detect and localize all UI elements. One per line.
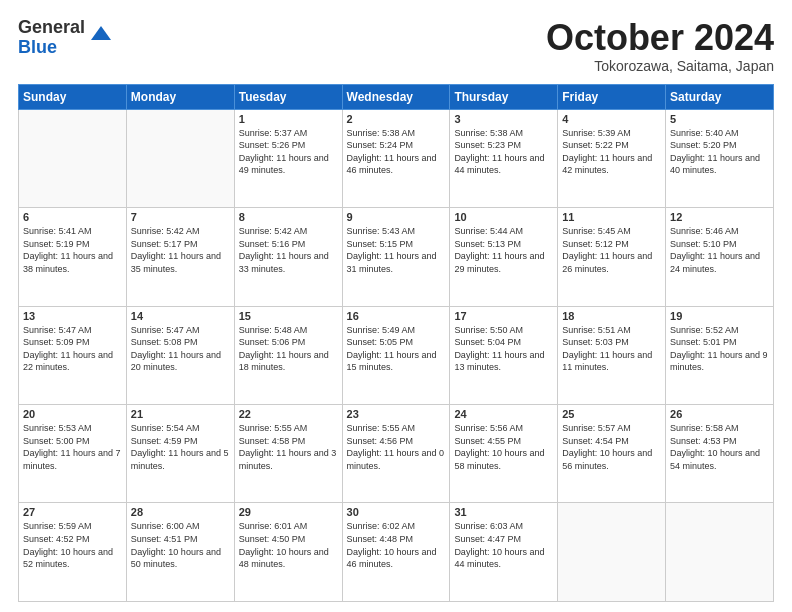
day-number: 5 bbox=[670, 113, 769, 125]
calendar-cell: 29Sunrise: 6:01 AMSunset: 4:50 PMDayligh… bbox=[234, 503, 342, 602]
calendar-cell: 12Sunrise: 5:46 AMSunset: 5:10 PMDayligh… bbox=[666, 208, 774, 306]
day-info: Sunrise: 5:52 AMSunset: 5:01 PMDaylight:… bbox=[670, 324, 769, 374]
day-number: 7 bbox=[131, 211, 230, 223]
day-info: Sunrise: 5:49 AMSunset: 5:05 PMDaylight:… bbox=[347, 324, 446, 374]
day-number: 29 bbox=[239, 506, 338, 518]
calendar-cell: 20Sunrise: 5:53 AMSunset: 5:00 PMDayligh… bbox=[19, 405, 127, 503]
logo-blue: Blue bbox=[18, 37, 57, 57]
logo: General Blue bbox=[18, 18, 115, 58]
day-info: Sunrise: 5:54 AMSunset: 4:59 PMDaylight:… bbox=[131, 422, 230, 472]
logo-icon bbox=[87, 20, 115, 48]
day-info: Sunrise: 5:39 AMSunset: 5:22 PMDaylight:… bbox=[562, 127, 661, 177]
day-info: Sunrise: 5:43 AMSunset: 5:15 PMDaylight:… bbox=[347, 225, 446, 275]
day-number: 15 bbox=[239, 310, 338, 322]
calendar-week-5: 27Sunrise: 5:59 AMSunset: 4:52 PMDayligh… bbox=[19, 503, 774, 602]
calendar-week-2: 6Sunrise: 5:41 AMSunset: 5:19 PMDaylight… bbox=[19, 208, 774, 306]
calendar-cell: 10Sunrise: 5:44 AMSunset: 5:13 PMDayligh… bbox=[450, 208, 558, 306]
day-info: Sunrise: 5:46 AMSunset: 5:10 PMDaylight:… bbox=[670, 225, 769, 275]
day-number: 11 bbox=[562, 211, 661, 223]
day-number: 12 bbox=[670, 211, 769, 223]
day-number: 21 bbox=[131, 408, 230, 420]
calendar-cell: 2Sunrise: 5:38 AMSunset: 5:24 PMDaylight… bbox=[342, 109, 450, 207]
day-info: Sunrise: 5:38 AMSunset: 5:24 PMDaylight:… bbox=[347, 127, 446, 177]
day-number: 23 bbox=[347, 408, 446, 420]
calendar-week-4: 20Sunrise: 5:53 AMSunset: 5:00 PMDayligh… bbox=[19, 405, 774, 503]
col-header-tuesday: Tuesday bbox=[234, 84, 342, 109]
page: General Blue October 2024 Tokorozawa, Sa… bbox=[0, 0, 792, 612]
day-info: Sunrise: 5:56 AMSunset: 4:55 PMDaylight:… bbox=[454, 422, 553, 472]
day-number: 1 bbox=[239, 113, 338, 125]
calendar-cell: 9Sunrise: 5:43 AMSunset: 5:15 PMDaylight… bbox=[342, 208, 450, 306]
calendar-cell: 7Sunrise: 5:42 AMSunset: 5:17 PMDaylight… bbox=[126, 208, 234, 306]
header: General Blue October 2024 Tokorozawa, Sa… bbox=[18, 18, 774, 74]
col-header-saturday: Saturday bbox=[666, 84, 774, 109]
day-info: Sunrise: 5:53 AMSunset: 5:00 PMDaylight:… bbox=[23, 422, 122, 472]
day-number: 8 bbox=[239, 211, 338, 223]
day-number: 28 bbox=[131, 506, 230, 518]
day-number: 24 bbox=[454, 408, 553, 420]
day-number: 20 bbox=[23, 408, 122, 420]
calendar-week-1: 1Sunrise: 5:37 AMSunset: 5:26 PMDaylight… bbox=[19, 109, 774, 207]
calendar-cell: 17Sunrise: 5:50 AMSunset: 5:04 PMDayligh… bbox=[450, 306, 558, 404]
location: Tokorozawa, Saitama, Japan bbox=[546, 58, 774, 74]
day-info: Sunrise: 5:37 AMSunset: 5:26 PMDaylight:… bbox=[239, 127, 338, 177]
day-info: Sunrise: 5:50 AMSunset: 5:04 PMDaylight:… bbox=[454, 324, 553, 374]
day-info: Sunrise: 5:47 AMSunset: 5:09 PMDaylight:… bbox=[23, 324, 122, 374]
day-info: Sunrise: 6:02 AMSunset: 4:48 PMDaylight:… bbox=[347, 520, 446, 570]
day-number: 4 bbox=[562, 113, 661, 125]
day-info: Sunrise: 5:42 AMSunset: 5:16 PMDaylight:… bbox=[239, 225, 338, 275]
calendar-cell: 31Sunrise: 6:03 AMSunset: 4:47 PMDayligh… bbox=[450, 503, 558, 602]
calendar-cell bbox=[126, 109, 234, 207]
calendar-cell: 11Sunrise: 5:45 AMSunset: 5:12 PMDayligh… bbox=[558, 208, 666, 306]
calendar-cell: 22Sunrise: 5:55 AMSunset: 4:58 PMDayligh… bbox=[234, 405, 342, 503]
calendar-cell: 19Sunrise: 5:52 AMSunset: 5:01 PMDayligh… bbox=[666, 306, 774, 404]
col-header-sunday: Sunday bbox=[19, 84, 127, 109]
day-number: 3 bbox=[454, 113, 553, 125]
calendar-cell: 26Sunrise: 5:58 AMSunset: 4:53 PMDayligh… bbox=[666, 405, 774, 503]
calendar-cell: 27Sunrise: 5:59 AMSunset: 4:52 PMDayligh… bbox=[19, 503, 127, 602]
calendar-cell: 21Sunrise: 5:54 AMSunset: 4:59 PMDayligh… bbox=[126, 405, 234, 503]
calendar-header-row: SundayMondayTuesdayWednesdayThursdayFrid… bbox=[19, 84, 774, 109]
calendar-cell: 30Sunrise: 6:02 AMSunset: 4:48 PMDayligh… bbox=[342, 503, 450, 602]
calendar-week-3: 13Sunrise: 5:47 AMSunset: 5:09 PMDayligh… bbox=[19, 306, 774, 404]
col-header-thursday: Thursday bbox=[450, 84, 558, 109]
day-number: 27 bbox=[23, 506, 122, 518]
day-info: Sunrise: 5:58 AMSunset: 4:53 PMDaylight:… bbox=[670, 422, 769, 472]
calendar-cell: 8Sunrise: 5:42 AMSunset: 5:16 PMDaylight… bbox=[234, 208, 342, 306]
day-info: Sunrise: 5:55 AMSunset: 4:58 PMDaylight:… bbox=[239, 422, 338, 472]
day-number: 26 bbox=[670, 408, 769, 420]
day-info: Sunrise: 5:45 AMSunset: 5:12 PMDaylight:… bbox=[562, 225, 661, 275]
calendar-cell: 25Sunrise: 5:57 AMSunset: 4:54 PMDayligh… bbox=[558, 405, 666, 503]
day-number: 18 bbox=[562, 310, 661, 322]
day-number: 16 bbox=[347, 310, 446, 322]
calendar-cell: 4Sunrise: 5:39 AMSunset: 5:22 PMDaylight… bbox=[558, 109, 666, 207]
calendar-cell bbox=[19, 109, 127, 207]
day-number: 10 bbox=[454, 211, 553, 223]
calendar-cell: 18Sunrise: 5:51 AMSunset: 5:03 PMDayligh… bbox=[558, 306, 666, 404]
calendar-cell: 28Sunrise: 6:00 AMSunset: 4:51 PMDayligh… bbox=[126, 503, 234, 602]
title-area: October 2024 Tokorozawa, Saitama, Japan bbox=[546, 18, 774, 74]
calendar-cell: 3Sunrise: 5:38 AMSunset: 5:23 PMDaylight… bbox=[450, 109, 558, 207]
day-info: Sunrise: 5:44 AMSunset: 5:13 PMDaylight:… bbox=[454, 225, 553, 275]
day-number: 19 bbox=[670, 310, 769, 322]
day-number: 14 bbox=[131, 310, 230, 322]
calendar-cell: 15Sunrise: 5:48 AMSunset: 5:06 PMDayligh… bbox=[234, 306, 342, 404]
day-number: 30 bbox=[347, 506, 446, 518]
svg-marker-0 bbox=[91, 26, 111, 40]
day-number: 31 bbox=[454, 506, 553, 518]
calendar-cell: 1Sunrise: 5:37 AMSunset: 5:26 PMDaylight… bbox=[234, 109, 342, 207]
calendar-cell: 13Sunrise: 5:47 AMSunset: 5:09 PMDayligh… bbox=[19, 306, 127, 404]
col-header-friday: Friday bbox=[558, 84, 666, 109]
day-info: Sunrise: 5:55 AMSunset: 4:56 PMDaylight:… bbox=[347, 422, 446, 472]
calendar-cell: 23Sunrise: 5:55 AMSunset: 4:56 PMDayligh… bbox=[342, 405, 450, 503]
calendar-cell: 5Sunrise: 5:40 AMSunset: 5:20 PMDaylight… bbox=[666, 109, 774, 207]
day-number: 9 bbox=[347, 211, 446, 223]
day-info: Sunrise: 5:41 AMSunset: 5:19 PMDaylight:… bbox=[23, 225, 122, 275]
day-number: 13 bbox=[23, 310, 122, 322]
day-info: Sunrise: 6:01 AMSunset: 4:50 PMDaylight:… bbox=[239, 520, 338, 570]
day-number: 2 bbox=[347, 113, 446, 125]
day-info: Sunrise: 5:59 AMSunset: 4:52 PMDaylight:… bbox=[23, 520, 122, 570]
day-info: Sunrise: 5:38 AMSunset: 5:23 PMDaylight:… bbox=[454, 127, 553, 177]
calendar-cell: 24Sunrise: 5:56 AMSunset: 4:55 PMDayligh… bbox=[450, 405, 558, 503]
calendar-cell: 16Sunrise: 5:49 AMSunset: 5:05 PMDayligh… bbox=[342, 306, 450, 404]
